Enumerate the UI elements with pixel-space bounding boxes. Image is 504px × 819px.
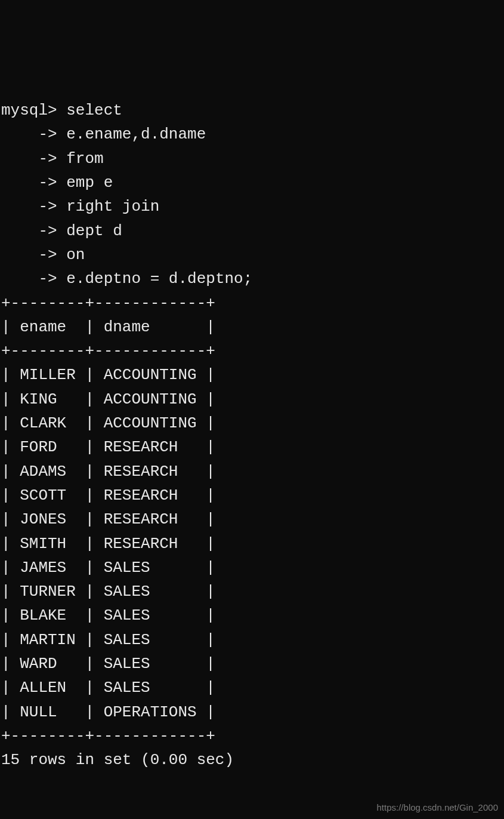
query-line-4: right join	[66, 198, 159, 215]
prompt-cont-4: ->	[1, 198, 57, 215]
prompt-cont-7: ->	[1, 270, 57, 288]
table-rows: | MILLER | ACCOUNTING | | KING | ACCOUNT…	[1, 366, 215, 721]
prompt-cont-3: ->	[1, 174, 57, 192]
query-line-3: emp e	[66, 174, 113, 192]
query-line-1: e.ename,d.dname	[66, 125, 206, 143]
query-line-0: select	[66, 101, 122, 119]
prompt-cont-6: ->	[1, 246, 57, 264]
result-summary: 15 rows in set (0.00 sec)	[1, 751, 234, 769]
prompt-cont-1: ->	[1, 125, 57, 143]
table-border-bot: +--------+------------+	[1, 727, 215, 745]
terminal-output: mysql> select -> e.ename,d.dname -> from…	[1, 98, 503, 772]
query-line-5: dept d	[66, 222, 122, 240]
table-border-top: +--------+------------+	[1, 294, 215, 312]
watermark: https://blog.csdn.net/Gin_2000	[377, 800, 498, 814]
query-line-2: from	[66, 150, 103, 168]
table-header-row: | ename | dname |	[1, 318, 215, 336]
prompt-main: mysql>	[1, 101, 57, 119]
prompt-cont-2: ->	[1, 150, 57, 168]
table-border-mid: +--------+------------+	[1, 342, 215, 360]
prompt-cont-5: ->	[1, 222, 57, 240]
query-line-6: on	[66, 246, 85, 264]
query-line-7: e.deptno = d.deptno;	[66, 270, 252, 288]
